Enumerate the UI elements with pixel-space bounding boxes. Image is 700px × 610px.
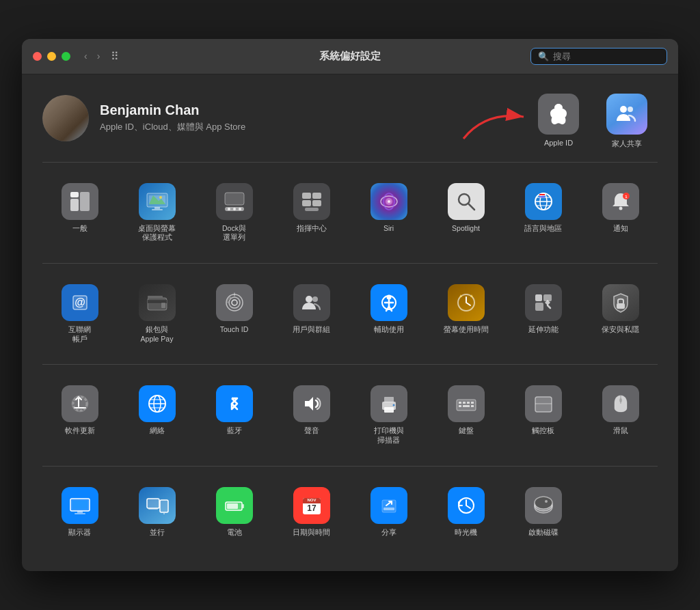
icon-item-mouse[interactable]: 滑鼠 bbox=[583, 380, 658, 450]
sound-icon bbox=[293, 385, 330, 422]
icon-item-trackpad[interactable]: 觸控板 bbox=[506, 380, 580, 450]
icon-item-extensions[interactable]: 延伸功能 bbox=[506, 279, 580, 349]
icon-item-printers[interactable]: 打印機與掃描器 bbox=[351, 380, 426, 450]
svg-rect-88 bbox=[75, 513, 85, 514]
svg-rect-87 bbox=[77, 511, 83, 513]
family-sharing-label: 家人共享 bbox=[612, 139, 642, 149]
desktop-label: 桌面與螢幕保護程式 bbox=[138, 224, 176, 242]
main-window: ‹ › ⠿ 系統偏好設定 🔍 Benjamin Chan Apple ID、iC… bbox=[22, 39, 678, 571]
svg-point-46 bbox=[232, 300, 237, 305]
sharing-label: 分享 bbox=[381, 528, 396, 538]
svg-rect-5 bbox=[80, 192, 90, 211]
displays-icon bbox=[62, 487, 98, 524]
mouse-icon bbox=[602, 385, 639, 422]
icon-item-users[interactable]: 用戶與群組 bbox=[274, 279, 349, 349]
icon-item-sound[interactable]: 聲音 bbox=[274, 380, 349, 450]
startup-icon bbox=[525, 487, 562, 524]
icon-item-security[interactable]: 保安與私隱 bbox=[583, 279, 658, 349]
printers-label: 打印機與掃描器 bbox=[374, 426, 404, 445]
users-icon bbox=[293, 284, 330, 321]
svg-rect-71 bbox=[384, 407, 394, 413]
svg-rect-76 bbox=[467, 402, 470, 404]
icon-item-touch-id[interactable]: Touch ID bbox=[197, 279, 271, 349]
section-1: 一般 桌面與螢幕保護程式 bbox=[42, 169, 658, 256]
icon-item-accessibility[interactable]: 輔助使用 bbox=[351, 279, 426, 349]
wallet-icon bbox=[139, 284, 176, 321]
notifications-label: 通知 bbox=[613, 224, 628, 234]
extensions-label: 延伸功能 bbox=[528, 325, 558, 335]
icon-item-general[interactable]: 一般 bbox=[42, 178, 117, 248]
svg-point-72 bbox=[392, 404, 394, 406]
screen-time-label: 螢幕使用時間 bbox=[444, 325, 489, 335]
icon-item-language[interactable]: 語言與地區 bbox=[506, 178, 580, 248]
icon-item-startup[interactable]: 啟動磁碟 bbox=[506, 482, 580, 543]
icon-item-sidecar[interactable]: 並行 bbox=[120, 482, 194, 543]
svg-point-48 bbox=[312, 296, 318, 302]
dock-icon bbox=[216, 183, 253, 220]
svg-rect-59 bbox=[617, 303, 625, 309]
screen-time-icon bbox=[448, 284, 485, 321]
icon-item-software-update[interactable]: 軟件更新 bbox=[42, 380, 117, 450]
forward-button[interactable]: › bbox=[94, 49, 103, 63]
divider-2 bbox=[42, 263, 658, 264]
icon-item-battery[interactable]: 電池 bbox=[197, 482, 271, 543]
dock-label: Dock與選單列 bbox=[222, 224, 246, 242]
icon-item-notifications[interactable]: 1 通知 bbox=[583, 178, 658, 248]
touch-id-label: Touch ID bbox=[220, 325, 248, 335]
svg-rect-33 bbox=[539, 194, 545, 195]
icon-item-desktop[interactable]: 桌面與螢幕保護程式 bbox=[120, 178, 194, 248]
extensions-icon bbox=[525, 284, 562, 321]
icon-item-spotlight[interactable]: Spotlight bbox=[429, 178, 503, 248]
icon-item-apple-id[interactable]: Apple ID bbox=[528, 88, 589, 154]
accessibility-label: 輔助使用 bbox=[374, 325, 404, 335]
svg-rect-42 bbox=[161, 303, 165, 308]
trackpad-label: 觸控板 bbox=[532, 426, 554, 436]
general-label: 一般 bbox=[72, 224, 88, 234]
internet-label: 互聯網帳戶 bbox=[68, 325, 91, 344]
security-label: 保安與私隱 bbox=[602, 325, 639, 335]
minimize-button[interactable] bbox=[47, 52, 56, 61]
mouse-label: 滑鼠 bbox=[613, 426, 628, 436]
wallet-label: 銀包與Apple Pay bbox=[141, 325, 174, 344]
icon-item-sharing[interactable]: 分享 bbox=[351, 482, 426, 543]
icon-item-internet[interactable]: @ 互聯網帳戶 bbox=[42, 279, 117, 349]
icon-item-dock[interactable]: Dock與選單列 bbox=[197, 178, 271, 248]
icon-item-timemachine[interactable]: 時光機 bbox=[429, 482, 503, 543]
traffic-lights bbox=[33, 52, 70, 61]
divider-3 bbox=[42, 364, 658, 365]
icon-item-network[interactable]: 網絡 bbox=[120, 380, 194, 450]
icon-item-datetime[interactable]: NOV 17 日期與時間 bbox=[274, 482, 349, 543]
svg-rect-90 bbox=[148, 508, 158, 510]
icon-item-displays[interactable]: 顯示器 bbox=[42, 482, 117, 543]
network-label: 網絡 bbox=[150, 426, 165, 436]
mission-control-label: 指揮中心 bbox=[297, 224, 327, 234]
svg-rect-86 bbox=[72, 501, 88, 509]
icon-item-siri[interactable]: Siri bbox=[351, 178, 426, 248]
section-2: @ 互聯網帳戶 銀包與Apple Pay bbox=[42, 271, 658, 357]
icon-item-family-sharing[interactable]: 家人共享 bbox=[596, 88, 658, 154]
nav-arrows: ‹ › bbox=[81, 49, 103, 63]
icon-item-mission-control[interactable]: 指揮中心 bbox=[274, 178, 349, 248]
section-4: 顯示器 並行 bbox=[42, 473, 658, 551]
icon-item-wallet[interactable]: 銀包與Apple Pay bbox=[120, 279, 194, 349]
grid-view-button[interactable]: ⠿ bbox=[111, 50, 119, 63]
search-box[interactable]: 🔍 bbox=[530, 48, 667, 65]
profile-section: Benjamin Chan Apple ID、iCloud、媒體與 App St… bbox=[42, 88, 658, 155]
fullscreen-button[interactable] bbox=[62, 52, 70, 61]
close-button[interactable] bbox=[33, 52, 42, 61]
svg-rect-3 bbox=[70, 192, 79, 197]
svg-point-13 bbox=[228, 208, 230, 210]
svg-point-107 bbox=[545, 500, 548, 503]
svg-rect-102 bbox=[383, 508, 394, 510]
general-icon bbox=[62, 183, 98, 220]
battery-label: 電池 bbox=[227, 528, 242, 538]
apple-id-icon-box bbox=[538, 94, 579, 135]
avatar[interactable] bbox=[42, 95, 89, 141]
svg-rect-70 bbox=[384, 397, 394, 402]
search-input[interactable] bbox=[553, 51, 660, 61]
back-button[interactable]: ‹ bbox=[81, 49, 90, 63]
icon-item-bluetooth[interactable]: 藍牙 bbox=[197, 380, 271, 450]
svg-rect-74 bbox=[459, 402, 461, 404]
icon-item-keyboard[interactable]: 鍵盤 bbox=[429, 380, 503, 450]
icon-item-screen-time[interactable]: 螢幕使用時間 bbox=[429, 279, 503, 349]
